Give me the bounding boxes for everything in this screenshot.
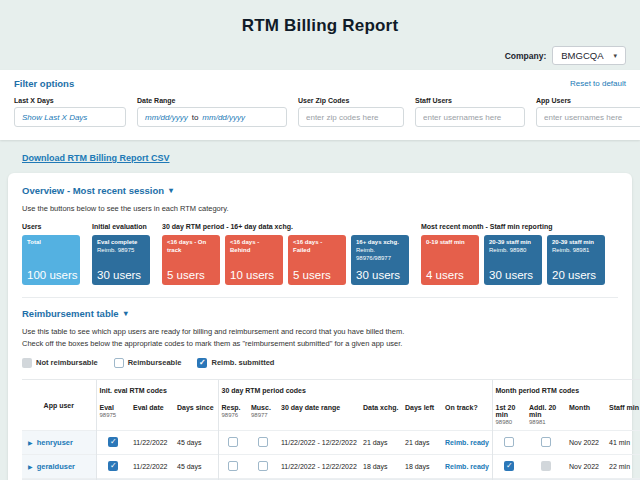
table-group-header-row: App user Init. eval RTM codes 30 day RTM…: [22, 379, 640, 399]
app-user-link[interactable]: geralduser: [37, 462, 75, 471]
data-xchg-cell: 21 days: [360, 430, 402, 454]
legend-item: ✓Reimb. submitted: [197, 358, 274, 368]
date-range-cell: 11/22/2022 - 12/22/2022: [278, 430, 360, 454]
musc-checkbox[interactable]: [258, 437, 268, 447]
overview-card-subtitle: Reimb. 98976/98977: [356, 247, 404, 262]
table-body: ▶henryuser✓11/22/202245 days11/22/2022 -…: [22, 430, 640, 480]
overview-card-button[interactable]: Total100 users: [22, 235, 80, 285]
col-resp: Resp.98976: [218, 399, 248, 431]
checkbox-legend: Not reimbursableReimburseable✓Reimb. sub…: [22, 358, 618, 368]
col-group-app-user: App user: [22, 379, 96, 430]
eval-cell: ✓: [96, 454, 130, 478]
date-range-control[interactable]: mm/dd/yyyy to mm/dd/yyyy: [137, 107, 287, 127]
addl-20-min-checkbox[interactable]: [541, 437, 551, 447]
resp-checkbox[interactable]: [228, 461, 238, 471]
app-users-input[interactable]: [544, 113, 638, 122]
first-20-min-checkbox[interactable]: [504, 437, 514, 447]
download-csv-link[interactable]: Download RTM Billing Report CSV: [22, 153, 170, 163]
overview-group-label: 30 day RTM period - 16+ day data xchg.: [162, 223, 409, 230]
show-last-x-days-link[interactable]: Show Last X Days: [22, 113, 87, 122]
on-track-cell: Reimb. ready: [442, 430, 492, 454]
last-x-days-control[interactable]: Show Last X Days: [14, 107, 126, 127]
col-group-init-eval: Init. eval RTM codes: [96, 379, 218, 399]
overview-description: Use the buttons below to see the users i…: [22, 203, 618, 214]
overview-card-title: Total: [27, 239, 75, 247]
resp-checkbox[interactable]: [228, 437, 238, 447]
overview-cards: <16 days - On track5 users<16 days - Beh…: [162, 235, 409, 285]
user-zip-codes-input[interactable]: [306, 113, 396, 122]
date-range-start-input[interactable]: mm/dd/yyyy: [145, 113, 188, 122]
col-1st-20-min: 1st 20 min98980: [492, 399, 526, 431]
last-x-days-label: Last X Days: [14, 97, 126, 104]
reimbursement-description-line1: Use this table to see which app users ar…: [22, 327, 404, 336]
col-data-xchg: Data xchg.: [360, 399, 402, 431]
overview-card-button[interactable]: <16 days - On track5 users: [162, 235, 220, 285]
overview-card-title: 16+ days xchg.: [356, 239, 404, 247]
reset-to-default-link[interactable]: Reset to default: [570, 79, 626, 88]
overview-card-button[interactable]: <16 days - Failed5 users: [288, 235, 346, 285]
overview-group-label: Most recent month - Staff min reporting: [421, 223, 605, 230]
app-user-cell: ▶henryuser: [22, 430, 96, 454]
addl-20-min-cell: [526, 430, 566, 454]
overview-card-value: 20 users: [552, 269, 600, 281]
legend-checked-checkbox[interactable]: ✓: [197, 358, 207, 368]
app-user-link[interactable]: henryuser: [37, 438, 73, 447]
legend-unchecked-checkbox[interactable]: [114, 358, 124, 368]
company-label: Company:: [505, 51, 547, 61]
overview-card-subtitle: Reimb. 98975: [97, 247, 145, 255]
col-addl-20-min: Addl. 20 min98981: [526, 399, 566, 431]
col-date-range: 30 day date range: [278, 399, 360, 431]
col-group-month-period: Month period RTM codes: [492, 379, 640, 399]
app-users-label: App Users: [536, 97, 640, 104]
staff-users-label: Staff Users: [415, 97, 525, 104]
legend-label: Reimburseable: [128, 358, 182, 367]
overview-card-value: 10 users: [230, 269, 278, 281]
on-track-status: Reimb. ready: [445, 439, 489, 446]
addl-20-min-checkbox: [541, 461, 551, 471]
overview-card-title: 20-39 staff min: [489, 239, 537, 247]
expand-row-icon[interactable]: ▶: [28, 440, 33, 446]
col-musc: Musc.98977: [248, 399, 278, 431]
caret-down-icon: ▾: [124, 309, 128, 318]
overview-card-value: 100 users: [27, 269, 75, 281]
overview-cards: Eval completeReimb. 9897530 users: [92, 235, 150, 285]
overview-card-button[interactable]: 20-39 staff minReimb. 9898030 users: [484, 235, 542, 285]
musc-checkbox[interactable]: [258, 461, 268, 471]
overview-card-title: 20-39 staff min: [552, 239, 600, 247]
legend-disabled-checkbox: [22, 358, 32, 368]
legend-label: Not reimbursable: [36, 358, 98, 367]
overview-card-button[interactable]: 0-19 staff min4 users: [421, 235, 479, 285]
date-range-end-input[interactable]: mm/dd/yyyy: [202, 113, 245, 122]
overview-card-button[interactable]: 20-39 staff minReimb. 9898120 users: [547, 235, 605, 285]
first-20-min-checkbox[interactable]: ✓: [504, 461, 514, 471]
expand-row-icon[interactable]: ▶: [28, 464, 33, 470]
overview-section-header[interactable]: Overview - Most recent session ▾: [22, 185, 618, 196]
overview-card-title: Eval complete: [97, 239, 145, 247]
section-divider: [22, 297, 618, 298]
company-select-value: BMGCQA: [561, 50, 603, 61]
eval-checkbox[interactable]: ✓: [108, 461, 118, 471]
filter-panel: Filter options Reset to default Last X D…: [0, 70, 640, 140]
page-header: RTM Billing Report Company: BMGCQA ▾: [0, 0, 640, 70]
overview-card-button[interactable]: Eval completeReimb. 9897530 users: [92, 235, 150, 285]
overview-heading: Overview - Most recent session: [22, 185, 164, 196]
overview-card-button[interactable]: 16+ days xchg.Reimb. 98976/9897730 users: [351, 235, 409, 285]
staff-users-input[interactable]: [423, 113, 517, 122]
month-cell: Nov 2022: [566, 454, 606, 478]
table-subheader-row: Eval98975 Eval date Days since Resp.9897…: [22, 399, 640, 431]
overview-card-value: 30 users: [97, 269, 145, 281]
legend-item: Reimburseable: [114, 358, 182, 368]
date-range-separator: to: [192, 113, 199, 122]
reimbursement-section-header[interactable]: Reimbursement table ▾: [22, 308, 618, 319]
overview-card-button[interactable]: <16 days - Behind10 users: [225, 235, 283, 285]
eval-date-cell: 11/22/2022: [130, 430, 174, 454]
eval-date-cell: 11/22/2022: [130, 454, 174, 478]
filter-heading: Filter options: [14, 78, 74, 89]
eval-checkbox[interactable]: ✓: [108, 437, 118, 447]
legend-label: Reimb. submitted: [211, 358, 274, 367]
first-20-min-cell: ✓: [492, 454, 526, 478]
chevron-down-icon: ▾: [613, 52, 617, 60]
table-row: ▶geralduser✓11/22/202245 days11/22/2022 …: [22, 454, 640, 478]
days-left-cell: 18 days: [402, 454, 442, 478]
company-select[interactable]: BMGCQA ▾: [552, 46, 626, 65]
